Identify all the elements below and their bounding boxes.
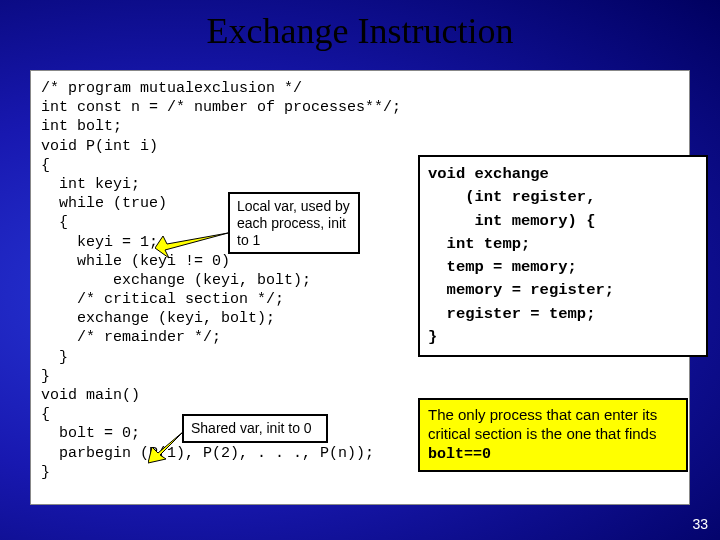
slide-title: Exchange Instruction [0,0,720,52]
svg-marker-0 [155,233,228,258]
slide-number: 33 [692,516,708,532]
svg-marker-1 [148,431,184,463]
callout-local-var: Local var, used by each process, init to… [228,192,360,254]
callout-shared-var: Shared var, init to 0 [182,414,328,443]
callout-arrow-shared [148,431,188,466]
explanation-text: The only process that can enter its crit… [428,406,657,442]
explanation-box: The only process that can enter its crit… [418,398,688,472]
code-block-exchange: void exchange (int register, int memory)… [418,155,708,357]
callout-arrow-local [155,230,230,260]
explanation-code: bolt==0 [428,446,491,463]
